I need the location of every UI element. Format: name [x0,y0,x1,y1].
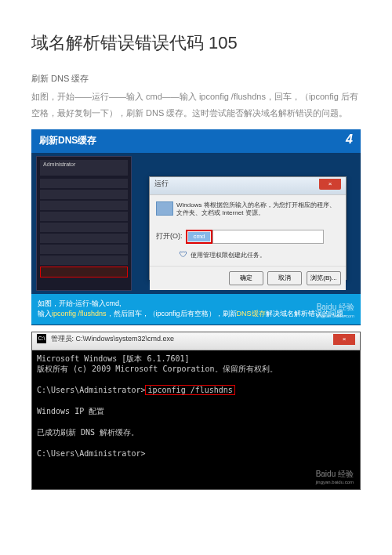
watermark-main: Baidu 经验 [316,470,354,478]
cmd-highlight: cmd [186,230,212,244]
term-prompt: C:\Users\Administrator> [37,386,145,394]
watermark-sub: jingyan.baidu.com [316,480,354,484]
start-menu-item [40,256,128,265]
term-line: 版权所有 (c) 2009 Microsoft Corporation。保留所有… [37,365,278,373]
ok-button[interactable]: 确定 [229,271,263,285]
start-menu-item [40,234,128,243]
intro-line1: 刷新 DNS 缓存 [31,71,361,87]
start-menu-run-item[interactable] [40,267,128,278]
run-input-field[interactable] [212,230,324,244]
start-menu-item [40,201,128,210]
term-line: Microsoft Windows [版本 6.1.7601] [37,354,190,363]
step-number: 4 [346,132,353,147]
footer-line1: 如图，开始-运行-输入cmd, [38,299,354,310]
intro-line2: 如图，开始——运行——输入 cmd——输入 ipconfig /flushdns… [31,89,361,122]
baidu-watermark: Baidu 经验 jingyan.baidu.com [317,301,354,320]
watermark-main: Baidu 经验 [317,303,354,311]
browse-button[interactable]: 浏览(B)... [307,271,341,285]
cmd-icon: C:\ [37,334,46,343]
fig1-header: 刷新DNS缓存 4 [31,129,361,153]
term-prompt: C:\Users\Administrator> [37,449,145,458]
fig1-footer: 如图，开始-运行-输入cmd, 输入ipconfig /flushdns，然后回… [31,294,361,325]
start-menu-item [40,190,128,199]
cmd-titlebar: × C:\ 管理员: C:\Windows\system32\cmd.exe [32,332,360,350]
start-menu-item [40,179,128,188]
run-desc: Windows 将根据您所输入的名称，为您打开相应的程序、文件夹、文档或 Int… [176,201,339,218]
terminal-output[interactable]: Microsoft Windows [版本 6.1.7601] 版权所有 (c)… [32,350,360,462]
start-menu-item [40,212,128,221]
cmd-title-prefix: 管理员: [51,335,76,343]
baidu-watermark: Baidu 经验 jingyan.baidu.com [316,469,354,484]
close-icon[interactable]: × [333,334,355,345]
close-icon[interactable]: × [319,179,341,190]
run-icon [156,201,173,216]
cancel-button[interactable]: 取消 [267,271,302,285]
run-dialog: × 运行 Windows 将根据您所输入的名称，为您打开相应的程序、文件夹、文档… [149,176,347,280]
term-line: Windows IP 配置 [37,407,104,415]
watermark-sub: jingyan.baidu.com [317,313,354,320]
term-cmd-highlight: ipconfig /flushdns [145,385,234,395]
figure-run-dialog: 刷新DNS缓存 4 Administrator × 运行 [31,129,361,325]
open-label: 打开(O): [156,231,183,241]
cmd-input[interactable]: cmd [188,232,210,241]
cmd-title-path: C:\Windows\system32\cmd.exe [76,335,175,343]
start-menu-item [40,223,128,232]
run-dialog-titlebar: × 运行 [150,177,346,195]
footer-line2: 输入ipconfig /flushdns，然后回车，（ipconfig后有空格）… [38,309,354,320]
admin-note: 使用管理权限创建此任务。 [180,250,339,259]
start-menu: Administrator [36,156,132,291]
run-dialog-title: 运行 [154,180,169,187]
start-menu-user: Administrator [40,160,128,176]
page-title: 域名解析错误错误代码 105 [31,31,361,55]
figure-cmd-terminal: × C:\ 管理员: C:\Windows\system32\cmd.exe M… [31,332,361,490]
term-line: 已成功刷新 DNS 解析缓存。 [37,428,139,437]
start-menu-item [40,245,128,254]
intro-text: 刷新 DNS 缓存 如图，开始——运行——输入 cmd——输入 ipconfig… [31,71,361,122]
fig1-header-label: 刷新DNS缓存 [39,135,96,146]
